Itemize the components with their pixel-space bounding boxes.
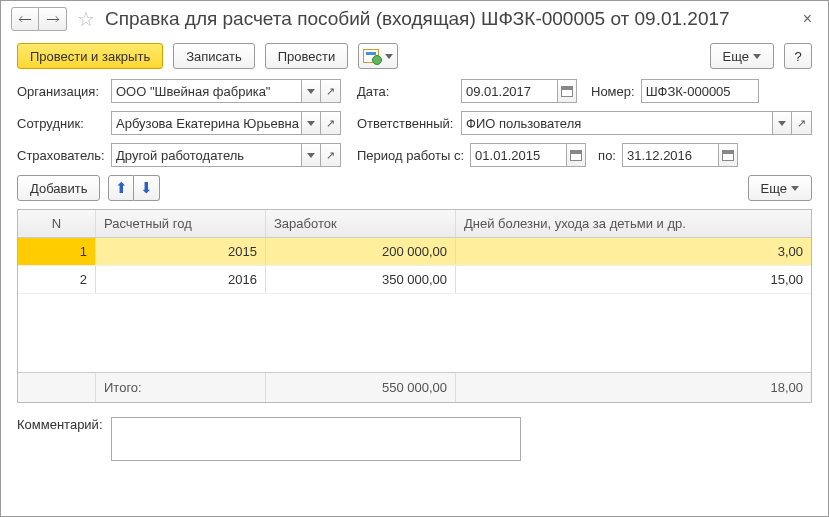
comment-row: Комментарий: [17,417,812,461]
responsible-label: Ответственный: [357,116,455,131]
more-menu-button[interactable]: Еще [710,43,774,69]
period-from-label: Период работы с: [357,148,464,163]
footer-days: 18,00 [456,373,811,402]
insurer-input[interactable]: Другой работодатель [111,143,301,167]
table-body: 1 2015 200 000,00 3,00 2 2016 350 000,00… [18,238,811,372]
responsible-field[interactable]: ФИО пользователя [461,111,812,135]
insurer-dropdown[interactable] [301,143,321,167]
form-fields: Организация: ООО "Швейная фабрика" Дата:… [1,79,828,461]
col-header-n[interactable]: N [18,210,96,237]
col-header-year[interactable]: Расчетный год [96,210,266,237]
document-window: 🡐 🡒 ☆ Справка для расчета пособий (входя… [0,0,829,517]
comment-input[interactable] [111,417,521,461]
cell-days[interactable]: 3,00 [456,238,811,265]
col-header-earnings[interactable]: Заработок [266,210,456,237]
employee-label: Сотрудник: [17,116,105,131]
date-calendar-button[interactable] [557,79,577,103]
report-icon [363,49,379,63]
employee-input[interactable]: Арбузова Екатерина Юрьевна [111,111,301,135]
date-input[interactable]: 09.01.2017 [461,79,557,103]
organization-open[interactable] [321,79,341,103]
footer-earnings: 550 000,00 [266,373,456,402]
footer-n [18,373,96,402]
back-button[interactable]: 🡐 [11,7,39,31]
cell-earnings[interactable]: 350 000,00 [266,266,456,293]
cell-earnings[interactable]: 200 000,00 [266,238,456,265]
organization-field[interactable]: ООО "Швейная фабрика" [111,79,341,103]
insurer-label: Страхователь: [17,148,105,163]
insurer-field[interactable]: Другой работодатель [111,143,341,167]
col-header-days[interactable]: Дней болезни, ухода за детьми и др. [456,210,811,237]
date-field[interactable]: 09.01.2017 [461,79,577,103]
table-row[interactable]: 2 2016 350 000,00 15,00 [18,266,811,294]
table-row[interactable]: 1 2015 200 000,00 3,00 [18,238,811,266]
main-toolbar: Провести и закрыть Записать Провести Еще… [1,37,828,79]
close-button[interactable]: × [797,10,818,28]
insurer-open[interactable] [321,143,341,167]
number-input[interactable]: ШФЗК-000005 [641,79,759,103]
titlebar: 🡐 🡒 ☆ Справка для расчета пособий (входя… [1,1,828,37]
comment-label: Комментарий: [17,417,103,432]
period-from-input[interactable]: 01.01.2015 [470,143,566,167]
table-empty-area[interactable] [18,294,811,372]
table-header: N Расчетный год Заработок Дней болезни, … [18,210,811,238]
save-button[interactable]: Записать [173,43,255,69]
earnings-table: N Расчетный год Заработок Дней болезни, … [17,209,812,403]
move-up-button[interactable]: ⬆ [108,175,134,201]
help-button[interactable]: ? [784,43,812,69]
responsible-dropdown[interactable] [772,111,792,135]
document-title: Справка для расчета пособий (входящая) Ш… [105,8,791,30]
table-toolbar: Добавить ⬆ ⬇ Еще [17,175,812,201]
period-to-input[interactable]: 31.12.2016 [622,143,718,167]
organization-label: Организация: [17,84,105,99]
add-row-button[interactable]: Добавить [17,175,100,201]
responsible-open[interactable] [792,111,812,135]
cell-n[interactable]: 1 [18,238,96,265]
cell-days[interactable]: 15,00 [456,266,811,293]
period-from-field[interactable]: 01.01.2015 [470,143,586,167]
employee-field[interactable]: Арбузова Екатерина Юрьевна [111,111,341,135]
employee-open[interactable] [321,111,341,135]
post-button[interactable]: Провести [265,43,349,69]
responsible-input[interactable]: ФИО пользователя [461,111,772,135]
cell-year[interactable]: 2016 [96,266,266,293]
nav-group: 🡐 🡒 [11,7,67,31]
organization-input[interactable]: ООО "Швейная фабрика" [111,79,301,103]
employee-dropdown[interactable] [301,111,321,135]
post-and-close-button[interactable]: Провести и закрыть [17,43,163,69]
move-down-button[interactable]: ⬇ [134,175,160,201]
move-row-group: ⬆ ⬇ [108,175,160,201]
period-to-field[interactable]: 31.12.2016 [622,143,738,167]
forward-button[interactable]: 🡒 [39,7,67,31]
cell-year[interactable]: 2015 [96,238,266,265]
period-from-calendar[interactable] [566,143,586,167]
footer-label: Итого: [96,373,266,402]
table-footer: Итого: 550 000,00 18,00 [18,372,811,402]
period-to-calendar[interactable] [718,143,738,167]
favorite-star-icon[interactable]: ☆ [77,7,95,31]
number-label: Номер: [591,84,635,99]
cell-n[interactable]: 2 [18,266,96,293]
table-more-button[interactable]: Еще [748,175,812,201]
reports-menu-button[interactable] [358,43,398,69]
organization-dropdown[interactable] [301,79,321,103]
period-to-label: по: [598,148,616,163]
date-label: Дата: [357,84,455,99]
